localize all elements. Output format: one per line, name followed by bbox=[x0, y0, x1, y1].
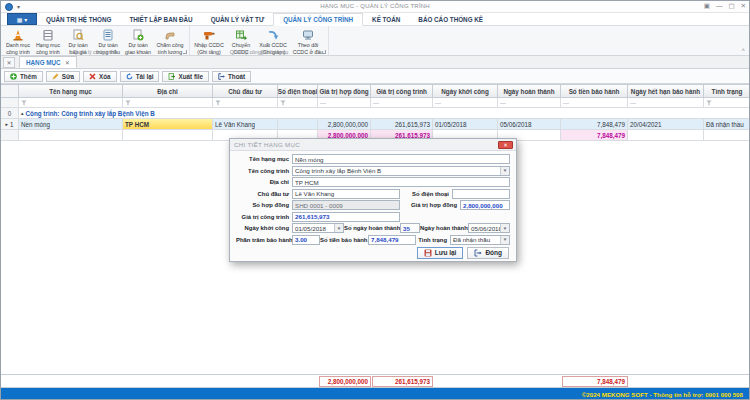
ten-cong-trinh-select[interactable]: Công trình xây lắp Bệnh Viện B ▼ bbox=[292, 166, 510, 176]
xoa-button[interactable]: Xóa bbox=[83, 71, 117, 82]
col-dia-chi[interactable]: Địa chỉ bbox=[123, 85, 213, 98]
so-hop-dong-input: SHD 0001 - 0009 bbox=[292, 200, 400, 210]
field-label: Ngày hoàn thành bbox=[420, 225, 468, 231]
filter-cell[interactable] bbox=[704, 98, 750, 108]
action-toolbar: Thêm Sửa Xóa Tải lại Xuất file Thoát bbox=[1, 69, 749, 84]
ribbon-group-quan-ly-cong-trinh: Danh mục công trình Hạng mục công trình … bbox=[1, 26, 190, 55]
filter-cell[interactable] bbox=[1, 98, 19, 108]
tab-close-icon[interactable]: ✕ bbox=[65, 59, 70, 66]
so-dien-thoai-input[interactable] bbox=[452, 189, 510, 199]
button-label: Lưu lại bbox=[435, 249, 457, 256]
filter-cell[interactable] bbox=[19, 98, 123, 108]
cell-tinh-trang: Đã nhận thầu bbox=[704, 119, 750, 130]
tab-quan-tri-he-thong[interactable]: QUẢN TRỊ HỆ THỐNG bbox=[37, 13, 120, 25]
ribbon-button-label: Chuyển bbox=[232, 42, 250, 48]
field-label: Số hợp đồng bbox=[236, 202, 292, 208]
app-window: ▾ HẠNG MỤC - QUẢN LÝ CÔNG TRÌNH ▣ — ▢ ✕ … bbox=[0, 0, 750, 400]
close-all-tabs-button[interactable]: ✕ bbox=[3, 57, 15, 68]
sua-button[interactable]: Sửa bbox=[46, 71, 80, 82]
statusbar-text: ©2024 MEKONG SOFT - Thông tin hỗ trợ: 09… bbox=[582, 391, 743, 398]
filter-cell[interactable]: — bbox=[561, 98, 628, 108]
toolbar-button-label: Tải lại bbox=[136, 73, 154, 80]
tai-lai-button[interactable]: Tải lại bbox=[120, 71, 160, 82]
col-so-dien-thoai[interactable]: Số điện thoại bbox=[278, 85, 318, 98]
chevron-down-icon[interactable]: ▼ bbox=[500, 236, 509, 244]
col-gia-tri-hop-dong[interactable]: Giá trị hợp đồng bbox=[318, 85, 371, 98]
filter-cell[interactable] bbox=[278, 98, 318, 108]
file-menu-button[interactable]: ▦ ▾ bbox=[7, 13, 37, 25]
tab-ke-toan[interactable]: KẾ TOÁN bbox=[363, 13, 409, 25]
luu-lai-button[interactable]: Lưu lại bbox=[417, 247, 464, 259]
thoat-button[interactable]: Thoát bbox=[212, 71, 251, 82]
chevron-down-icon[interactable]: ▼ bbox=[334, 224, 343, 232]
group-dialog-launcher-icon[interactable] bbox=[322, 50, 326, 54]
ribbon-button-label: Dự toán bbox=[98, 42, 117, 48]
so-ngay-hoan-thanh-input[interactable]: 35 bbox=[400, 223, 420, 233]
col-chu-dau-tu[interactable]: Chủ đầu tư bbox=[213, 85, 278, 98]
transfer-icon bbox=[235, 28, 248, 41]
export-arrow-icon bbox=[267, 28, 280, 41]
gia-tri-hop-dong-input[interactable]: 2,800,000,000 bbox=[460, 200, 510, 210]
exit-door-icon bbox=[218, 73, 225, 80]
group-row[interactable]: 0 ▴ Công trình: Công trình xây lắp Bệnh … bbox=[1, 108, 750, 119]
ribbon-button-label: Nhập CCDC bbox=[194, 42, 223, 48]
dia-chi-input[interactable]: TP HCM bbox=[292, 177, 510, 187]
col-so-tien-bao-hanh[interactable]: Số tiền bảo hành bbox=[561, 85, 628, 98]
phan-tram-bao-hanh-input[interactable]: 3.00 bbox=[292, 235, 320, 245]
tab-quan-ly-cong-trinh[interactable]: QUẢN LÝ CÔNG TRÌNH bbox=[273, 13, 363, 26]
filter-funnel-icon bbox=[125, 100, 131, 106]
filter-cell[interactable]: — bbox=[628, 98, 704, 108]
toolbar-button-label: Xuất file bbox=[178, 73, 203, 80]
filter-cell[interactable]: — bbox=[371, 98, 433, 108]
chi-tiet-hang-muc-dialog: CHI TIẾT HẠNG MỤC ✕ Tên hạng mục Nền món… bbox=[229, 138, 517, 262]
traffic-cone-icon bbox=[12, 28, 25, 41]
filter-cell[interactable]: — bbox=[498, 98, 561, 108]
theme-button[interactable]: ▣ bbox=[704, 2, 710, 10]
ribbon-collapse-icon[interactable]: ˄ bbox=[741, 47, 745, 53]
field-label: Số điện thoại bbox=[400, 191, 452, 197]
cell-so-tien-bao-hanh: 7,848,479 bbox=[561, 119, 628, 130]
row-selector-header[interactable] bbox=[1, 85, 19, 98]
collapse-triangle-icon[interactable]: ▴ bbox=[21, 110, 24, 116]
tinh-trang-select[interactable]: Đã nhận thầu ▼ bbox=[450, 235, 510, 245]
ribbon: Danh mục công trình Hạng mục công trình … bbox=[1, 26, 749, 56]
dong-button[interactable]: Đóng bbox=[467, 247, 509, 259]
group-dialog-launcher-icon[interactable] bbox=[183, 50, 187, 54]
maximize-button[interactable]: ▢ bbox=[728, 2, 734, 10]
col-ngay-het-han-bao-hanh[interactable]: Ngày hết hạn bảo hành bbox=[628, 85, 704, 98]
filter-cell[interactable]: — bbox=[433, 98, 498, 108]
ribbon-tab-strip: ▦ ▾ QUẢN TRỊ HỆ THỐNG THIẾT LẬP BAN ĐẦU … bbox=[1, 13, 749, 26]
col-tinh-trang[interactable]: Tình trạng bbox=[704, 85, 750, 98]
so-tien-bao-hanh-input[interactable]: 7,848,479 bbox=[368, 235, 416, 245]
filter-cell[interactable] bbox=[123, 98, 213, 108]
table-row[interactable]: ▸ 1 Nền móng TP HCM Lê Văn Khang 2,800,0… bbox=[1, 119, 750, 130]
chevron-down-icon[interactable]: ▼ bbox=[500, 224, 509, 232]
filter-cell[interactable]: — bbox=[318, 98, 371, 108]
ngay-khoi-cong-select[interactable]: 01/05/2018 ▼ bbox=[292, 223, 344, 233]
minimize-button[interactable]: — bbox=[716, 2, 723, 10]
chu-dau-tu-input[interactable]: Lê Văn Khang bbox=[292, 189, 400, 199]
tab-bao-cao-thong-ke[interactable]: BÁO CÁO THỐNG KÊ bbox=[409, 13, 492, 25]
close-button[interactable]: ✕ bbox=[741, 2, 746, 10]
tab-hang-muc[interactable]: HẠNG MỤC ✕ bbox=[19, 56, 77, 68]
col-ngay-khoi-cong[interactable]: Ngày khởi công bbox=[433, 85, 498, 98]
ngay-hoan-thanh-select[interactable]: 05/06/2018 ▼ bbox=[468, 223, 510, 233]
exit-door-icon bbox=[474, 249, 482, 257]
col-ngay-hoan-thanh[interactable]: Ngày hoàn thành bbox=[498, 85, 561, 98]
col-ten-hang-muc[interactable]: Tên hạng mục bbox=[19, 85, 123, 98]
tab-quan-ly-vat-tu[interactable]: QUẢN LÝ VẬT TƯ bbox=[202, 13, 274, 25]
them-button[interactable]: Thêm bbox=[4, 71, 43, 82]
dialog-close-button[interactable]: ✕ bbox=[498, 141, 513, 149]
total-gia-tri-cong-trinh: 261,615,973 bbox=[372, 376, 433, 387]
chevron-down-icon[interactable]: ▼ bbox=[500, 167, 509, 175]
filter-cell[interactable] bbox=[213, 98, 278, 108]
filter-funnel-icon bbox=[21, 100, 27, 106]
status-bar: ©2024 MEKONG SOFT - Thông tin hỗ trợ: 09… bbox=[1, 388, 749, 400]
ten-hang-muc-input[interactable]: Nền móng bbox=[292, 154, 510, 164]
gia-tri-cong-trinh-input[interactable]: 261,615,973 bbox=[292, 212, 400, 222]
toolbar-button-label: Xóa bbox=[99, 73, 111, 80]
col-gia-tri-cong-trinh[interactable]: Giá trị công trình bbox=[371, 85, 433, 98]
xuat-file-button[interactable]: Xuất file bbox=[162, 71, 209, 82]
tab-thiet-lap-ban-dau[interactable]: THIẾT LẬP BAN ĐẦU bbox=[120, 13, 201, 25]
ribbon-button-label: Dự toán bbox=[68, 42, 87, 48]
